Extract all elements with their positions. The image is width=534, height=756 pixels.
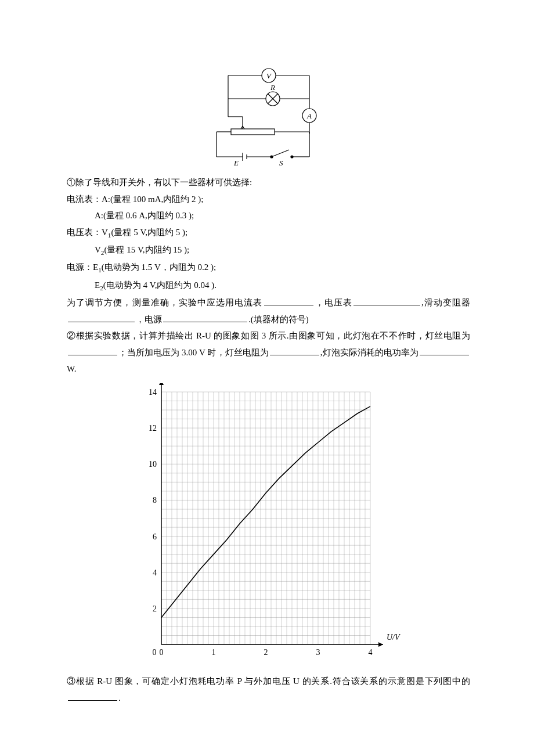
question-text: ①除了导线和开关外，有以下一些器材可供选择: 电流表：A:(量程 100 mA,… (67, 174, 470, 377)
svg-text:4: 4 (368, 648, 372, 657)
q1-text-3: ,滑动变阻器 (421, 298, 470, 307)
lamp-label: R (270, 83, 275, 92)
v2-prefix: V (95, 245, 101, 254)
ammeter-label: A (306, 111, 312, 120)
blank-rheostat[interactable] (68, 314, 135, 322)
question-3-block: ③根据 R-U 图象，可确定小灯泡耗电功率 P 与外加电压 U 的关系.符合该关… (67, 673, 470, 706)
blank-r0[interactable] (68, 347, 117, 355)
blank-source[interactable] (163, 314, 247, 322)
blank-ammeter[interactable] (264, 297, 313, 305)
svg-line-27 (272, 150, 289, 157)
svg-marker-102 (378, 642, 383, 647)
v1-suffix: (量程 5 V,内阻约 5 ); (111, 228, 187, 237)
source-label: E (233, 159, 239, 167)
q2-text-1: ②根据实验数据，计算并描绘出 R-U 的图象如图 3 所示.由图象可知，此灯泡在… (67, 331, 470, 340)
q1-text-4: ，电源 (136, 315, 162, 324)
svg-text:8: 8 (153, 496, 157, 505)
svg-marker-104 (159, 383, 164, 385)
svg-text:U/V: U/V (387, 633, 400, 642)
voltmeter-line-2: V2(量程 15 V,内阻约 15 ); (67, 242, 470, 259)
source-line-2: E2(电动势为 4 V,内阻约为 0.04 ). (67, 277, 470, 294)
ammeter-line-1: 电流表：A:(量程 100 mA,内阻约 2 ); (67, 191, 470, 208)
q2-text-4: W. (67, 364, 77, 373)
svg-text:6: 6 (153, 532, 157, 541)
question-3: ③根据 R-U 图象，可确定小灯泡耗电功率 P 与外加电压 U 的关系.符合该关… (67, 673, 470, 706)
svg-text:3: 3 (316, 648, 320, 657)
q2-text-3: ,灯泡实际消耗的电功率为 (320, 348, 418, 357)
q3-text-1: ③根据 R-U 图象，可确定小灯泡耗电功率 P 与外加电压 U 的关系.符合该关… (67, 676, 470, 686)
e2-suffix: (电动势为 4 V,内阻约为 0.04 ). (103, 280, 217, 290)
q3-text-2: . (118, 693, 121, 703)
q1-text-1: 为了调节方便，测量准确，实验中应选用电流表 (67, 298, 263, 307)
svg-text:1: 1 (211, 648, 215, 657)
svg-text:0: 0 (159, 648, 163, 657)
q1-text-5: .(填器材的符号) (248, 315, 309, 324)
e1-suffix: (电动势为 1.5 V，内阻为 0.2 ); (102, 262, 217, 272)
question-2: ②根据实验数据，计算并描绘出 R-U 的图象如图 3 所示.由图象可知，此灯泡在… (67, 327, 470, 377)
switch-label: S (279, 159, 283, 167)
q2-text-2: ；当所加电压为 3.00 V 时，灯丝电阻为 (118, 348, 269, 357)
svg-text:2: 2 (153, 604, 157, 613)
svg-text:10: 10 (149, 460, 157, 469)
q1-text-2: ，电压表 (315, 298, 352, 307)
svg-text:14: 14 (149, 388, 157, 397)
blank-r3[interactable] (270, 347, 319, 355)
source-line-1: 电源：E1(电动势为 1.5 V，内阻为 0.2 ); (67, 259, 470, 276)
svg-text:2: 2 (264, 648, 268, 657)
blank-power[interactable] (420, 347, 469, 355)
blank-graph-choice[interactable] (68, 692, 117, 701)
source-e-label: 电源：E (67, 262, 98, 272)
voltmeter-label: V (266, 71, 272, 80)
ru-chart: 0123424681012140R/ΩU/V (135, 383, 402, 674)
svg-rect-18 (231, 129, 275, 135)
svg-point-28 (270, 156, 273, 158)
svg-text:12: 12 (149, 424, 157, 433)
svg-text:0: 0 (152, 648, 156, 657)
question-1: 为了调节方便，测量准确，实验中应选用电流表，电压表,滑动变阻器，电源.(填器材的… (67, 294, 470, 327)
voltmeter-v-label: 电压表：V (67, 228, 108, 237)
blank-voltmeter[interactable] (353, 297, 420, 305)
circuit-diagram: V R A E S (211, 67, 327, 168)
ammeter-line-2: A:(量程 0.6 A,内阻约 0.3 ); (67, 207, 470, 224)
voltmeter-line-1: 电压表：V1(量程 5 V,内阻约 5 ); (67, 224, 470, 242)
v2-suffix: (量程 15 V,内阻约 15 ); (104, 245, 189, 254)
svg-text:4: 4 (153, 568, 157, 577)
e2-prefix: E (95, 280, 100, 290)
intro-line: ①除了导线和开关外，有以下一些器材可供选择: (67, 174, 470, 191)
